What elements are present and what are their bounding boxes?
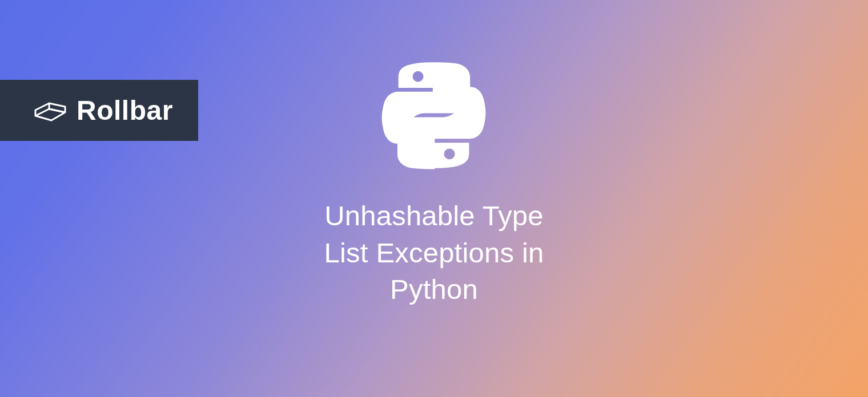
hero-banner: Rollbar Unhashable Type List Exceptions … <box>0 0 868 397</box>
brand-badge: Rollbar <box>0 80 198 141</box>
python-logo-icon <box>371 52 497 178</box>
title-line-2: List Exceptions in <box>324 237 544 268</box>
title-line-3: Python <box>390 274 478 305</box>
hero-title: Unhashable Type List Exceptions in Pytho… <box>324 197 544 308</box>
rollbar-logo-icon <box>32 96 67 125</box>
brand-name: Rollbar <box>77 95 173 126</box>
title-line-1: Unhashable Type <box>324 200 544 231</box>
center-content: Unhashable Type List Exceptions in Pytho… <box>324 52 544 308</box>
